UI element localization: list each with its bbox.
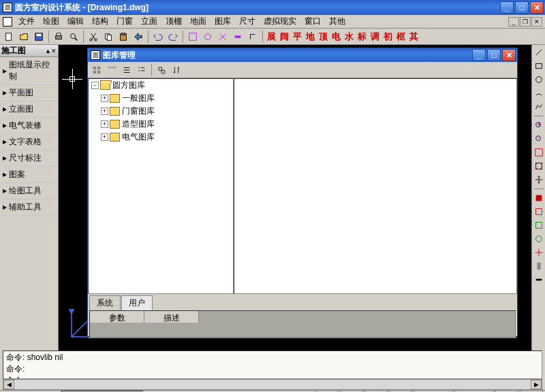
paste-button[interactable]: [116, 30, 130, 44]
open-button[interactable]: [17, 30, 31, 44]
vt-rect-button[interactable]: [533, 60, 545, 72]
scroll-right-button[interactable]: ▶: [531, 380, 542, 389]
dlg-icons-view-button[interactable]: [90, 63, 104, 77]
ortho-toggle[interactable]: 正交: [364, 389, 388, 392]
menu-file[interactable]: 文件: [14, 14, 39, 29]
vt-zoom-in-button[interactable]: +: [533, 119, 545, 131]
menu-draw[interactable]: 绘图: [39, 14, 63, 29]
dlg-small-icons-button[interactable]: [105, 63, 119, 77]
red-char-1[interactable]: 阔: [278, 31, 291, 43]
side-item-dim[interactable]: ▶尺寸标注: [0, 150, 58, 167]
red-char-5[interactable]: 电: [330, 31, 343, 43]
mdi-minimize-button[interactable]: _: [508, 17, 519, 27]
vt-tool-k-button[interactable]: [533, 260, 545, 272]
side-item-aux[interactable]: ▶辅助工具: [0, 199, 58, 216]
close-button[interactable]: ✕: [530, 1, 544, 14]
undo-button[interactable]: [151, 30, 165, 44]
red-char-11[interactable]: 其: [407, 31, 420, 43]
redo-button[interactable]: [166, 30, 180, 44]
red-char-8[interactable]: 调: [369, 31, 382, 43]
tool-d-button[interactable]: [231, 30, 245, 44]
vt-zoom-ext-button[interactable]: [533, 160, 545, 172]
vt-pan-button[interactable]: [533, 174, 545, 186]
vt-tool-l-button[interactable]: [533, 274, 545, 286]
otrack-toggle[interactable]: 对象追踪: [454, 389, 494, 392]
cmd-scrollbar[interactable]: ◀ ▶: [3, 379, 542, 390]
expand-icon[interactable]: +: [101, 120, 108, 128]
vt-tool-h-button[interactable]: [533, 219, 545, 231]
tree-item-elec[interactable]: +电气图库: [101, 131, 233, 144]
copy-button[interactable]: [102, 30, 115, 44]
tree-item-shape[interactable]: +造型图库: [101, 118, 233, 131]
dialog-minimize-button[interactable]: _: [472, 49, 486, 61]
menu-other[interactable]: 其他: [325, 14, 349, 29]
dialog-titlebar[interactable]: 圆 图库管理 _ □ ✕: [88, 48, 517, 62]
menu-edit[interactable]: 编辑: [63, 14, 88, 29]
red-char-2[interactable]: 平: [291, 31, 304, 43]
polar-toggle[interactable]: 极轴: [389, 389, 412, 392]
vt-arc-button[interactable]: [533, 87, 545, 99]
red-char-7[interactable]: 标: [356, 31, 369, 43]
red-char-10[interactable]: 框: [394, 31, 407, 43]
tool-c-button[interactable]: [216, 30, 230, 44]
tool-e-button[interactable]: [246, 30, 260, 44]
dlg-find-button[interactable]: [155, 63, 168, 77]
grid-toggle[interactable]: 栅格: [340, 389, 363, 392]
menu-struct[interactable]: 结构: [88, 14, 112, 29]
menu-ceil[interactable]: 顶棚: [161, 14, 186, 29]
side-item-pattern[interactable]: ▶图案: [0, 167, 58, 183]
mdi-restore-button[interactable]: ❐: [520, 17, 531, 27]
vt-line-button[interactable]: [533, 46, 545, 59]
param-grid[interactable]: 参数 描述: [89, 310, 516, 338]
side-item-plan[interactable]: ▶平面图: [0, 85, 58, 101]
side-item-elec[interactable]: ▶电气装修: [0, 118, 58, 134]
vt-circle-button[interactable]: [533, 74, 545, 86]
dlg-sort-button[interactable]: [170, 63, 183, 77]
library-tree[interactable]: − 圆方图库 +一般图库 +门窗图库 +造型图库 +电气图库: [88, 78, 234, 294]
expand-icon[interactable]: +: [101, 108, 108, 115]
red-char-3[interactable]: 地: [304, 31, 317, 43]
menu-vr[interactable]: 虚拟现实: [260, 14, 300, 29]
cut-button[interactable]: [87, 30, 100, 44]
collapse-icon[interactable]: −: [91, 82, 99, 89]
print-button[interactable]: [52, 30, 65, 44]
tree-root[interactable]: − 圆方图库: [89, 79, 233, 92]
tool-b-button[interactable]: [201, 30, 215, 44]
vt-tool-f-button[interactable]: [533, 192, 545, 204]
vt-zoom-win-button[interactable]: [533, 146, 545, 159]
tab-system[interactable]: 系统: [89, 295, 121, 310]
scroll-left-button[interactable]: ◀: [3, 380, 14, 389]
menu-floor[interactable]: 地面: [186, 14, 211, 29]
red-char-9[interactable]: 初: [382, 31, 394, 43]
tab-user[interactable]: 用户: [121, 295, 153, 310]
menu-elev[interactable]: 立面: [137, 14, 161, 29]
maximize-button[interactable]: □: [515, 1, 529, 14]
tool-a-button[interactable]: [186, 30, 200, 44]
menu-lib[interactable]: 图库: [211, 14, 235, 29]
side-item-elev[interactable]: ▶立面图: [0, 101, 58, 118]
paper-toggle[interactable]: 图纸: [520, 389, 543, 392]
side-item-drawtool[interactable]: ▶绘图工具: [0, 183, 58, 199]
match-button[interactable]: [131, 30, 145, 44]
dialog-close-button[interactable]: ✕: [502, 49, 516, 61]
dialog-maximize-button[interactable]: □: [487, 49, 501, 61]
dlg-detail-view-button[interactable]: [135, 63, 149, 77]
vt-poly-button[interactable]: [533, 101, 545, 113]
vt-tool-g-button[interactable]: [533, 206, 545, 218]
osnap-toggle[interactable]: 对象捕捉: [414, 389, 453, 392]
vt-zoom-out-button[interactable]: -: [533, 133, 545, 145]
mdi-close-button[interactable]: ✕: [531, 17, 542, 27]
new-button[interactable]: [2, 30, 16, 44]
menu-win[interactable]: 窗口: [300, 14, 325, 29]
red-char-6[interactable]: 水: [343, 31, 356, 43]
command-panel[interactable]: 命令: shovlib nil 命令: 命令:: [3, 350, 542, 379]
expand-icon[interactable]: +: [101, 133, 108, 141]
red-char-0[interactable]: 展: [265, 31, 278, 43]
vt-tool-i-button[interactable]: [533, 233, 545, 245]
lweight-toggle[interactable]: 线宽: [495, 389, 518, 392]
save-button[interactable]: [32, 30, 46, 44]
menu-dim[interactable]: 尺寸: [235, 14, 260, 29]
tree-item-general[interactable]: +一般图库: [101, 92, 233, 105]
snap-toggle[interactable]: 捕捉: [315, 389, 339, 392]
menu-door[interactable]: 门窗: [112, 14, 137, 29]
